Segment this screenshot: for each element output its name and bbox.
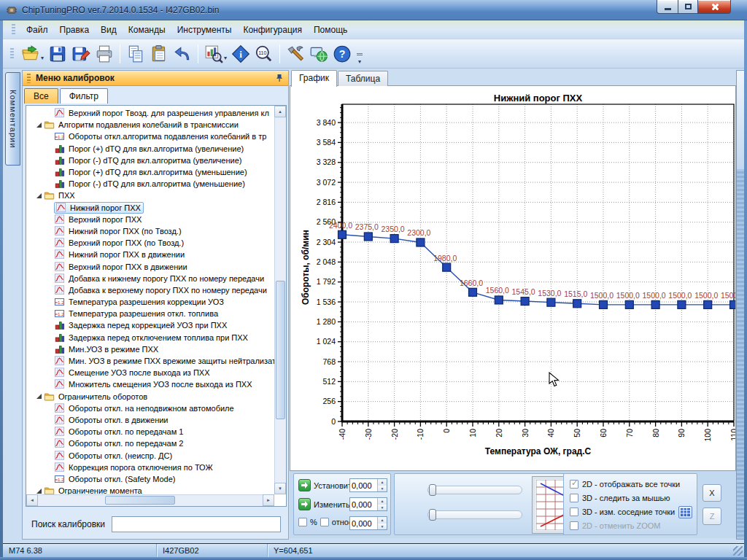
tree-item[interactable]: Мин. УОЗ в режиме ПХХ врежиме защиты ней… (26, 355, 274, 367)
info-button[interactable]: i (229, 42, 252, 66)
tree-item[interactable]: Верхний порог ПХХ в движении (26, 260, 274, 272)
pin-icon[interactable] (275, 74, 284, 82)
tree-item[interactable]: Задержка перед коррекцией УОЗ при ПХХ (26, 319, 274, 331)
menu-item[interactable]: Вид (95, 23, 123, 37)
expand-arrow-icon[interactable] (34, 122, 44, 128)
tree-item[interactable]: =1.2Температура разрешения коррекции УОЗ (26, 296, 274, 308)
tab-filter[interactable]: Фильтр (60, 88, 108, 104)
tree-vscroll-thumb[interactable] (276, 281, 285, 419)
tree-item[interactable]: Множитель смещения УОЗ после выхода из П… (26, 378, 274, 390)
resize-grip[interactable] (733, 546, 743, 556)
spin-up-icon[interactable]: ▲ (377, 517, 387, 524)
set-value-input[interactable] (352, 480, 376, 491)
data-point[interactable] (495, 296, 503, 304)
tree-folder[interactable]: Ограничитель оборотов (26, 391, 274, 402)
title-bar[interactable]: ChipTuningPRO ver.7.2014.0.1534 - I427GB… (0, 0, 747, 20)
data-point[interactable] (625, 300, 633, 308)
data-point[interactable] (521, 298, 529, 306)
option-checkbox[interactable] (570, 494, 578, 502)
menu-grip[interactable] (12, 24, 15, 36)
data-point[interactable] (469, 288, 477, 296)
tree-item[interactable]: Обороты откл. по передачам 2 (26, 438, 274, 449)
tree-folder[interactable]: ПХХ (26, 190, 274, 201)
percent-checkbox[interactable] (298, 518, 307, 526)
menu-item[interactable]: Файл (20, 23, 54, 37)
option-checkbox[interactable] (570, 480, 578, 489)
tree-item[interactable]: Смещение УОЗ после выхода из ПХХ (26, 367, 274, 378)
chart-tool-button[interactable] (202, 42, 225, 66)
slider-thumb[interactable] (429, 484, 436, 496)
tree-item[interactable]: =1.2Температура разрешения откл. топлива (26, 308, 274, 319)
tools-button[interactable] (284, 42, 307, 66)
save-as-button[interactable] (69, 42, 93, 66)
option-checkbox[interactable] (570, 521, 578, 530)
internet-button[interactable] (307, 42, 330, 66)
data-point[interactable] (573, 300, 581, 308)
data-point[interactable] (338, 230, 347, 238)
scroll-left-icon[interactable]: ◄ (26, 494, 38, 506)
expand-arrow-icon[interactable] (34, 488, 44, 494)
data-point[interactable] (600, 300, 608, 308)
tree-item[interactable]: Порог (-) dTQ для вкл.алгоритма (увеличе… (26, 155, 274, 166)
tab-chart[interactable]: График (291, 70, 337, 87)
tab-all[interactable]: Все (24, 88, 58, 104)
tree-item[interactable]: Нижний порог ПХХ (26, 202, 274, 214)
z-axis-button[interactable]: Z (703, 508, 721, 525)
apply-set-button[interactable] (298, 479, 311, 491)
slider-top[interactable] (427, 486, 522, 494)
x-axis-button[interactable]: X (703, 484, 721, 502)
tree-item[interactable]: =1.2Обороты откл.алгоритма подавления ко… (26, 131, 274, 142)
save-button[interactable] (46, 42, 69, 66)
change-value-input[interactable] (352, 499, 376, 510)
spin-down-icon[interactable]: ▼ (377, 524, 387, 530)
toolbar-overflow-button[interactable]: ▾ (355, 42, 364, 66)
tree-item[interactable]: Обороты откл. по передачам 1 (26, 426, 274, 438)
tree-item[interactable]: Порог (-) dTQ для вкл.алгоритма (уменьше… (26, 178, 274, 190)
toolbar-grip[interactable] (10, 48, 14, 60)
data-point[interactable] (443, 263, 451, 271)
search-input[interactable] (112, 516, 281, 532)
relative-checkbox[interactable] (320, 518, 329, 526)
tree-item[interactable]: Обороты откл. на неподвижном автомобиле (26, 402, 274, 414)
data-point[interactable] (704, 300, 712, 308)
paste-button[interactable] (147, 42, 171, 66)
apply-change-button[interactable] (298, 498, 311, 510)
tree-item[interactable]: Добавка к нижнему порогу ПХХ по номеру п… (26, 273, 274, 284)
data-point[interactable] (678, 300, 686, 308)
zoom-110-button[interactable]: 110 (252, 42, 276, 66)
menu-item[interactable]: Помощь (308, 23, 353, 37)
tree-item[interactable]: Порог (+) dTQ для вкл.алгоритма (увеличе… (26, 143, 274, 155)
data-point[interactable] (417, 238, 425, 246)
spin-up-icon[interactable]: ▲ (377, 498, 387, 505)
tree-item[interactable]: Верхний порог ПХХ (по Твозд.) (26, 237, 274, 249)
copy-button[interactable] (124, 42, 147, 66)
tree-item[interactable]: Верхний порог ПХХ (26, 214, 274, 225)
data-point[interactable] (390, 235, 398, 243)
tree-horizontal-scrollbar[interactable]: ◄ ► (26, 494, 274, 506)
tree-item[interactable]: Порог (+) dTQ для вкл.алгоритма (уменьше… (26, 166, 274, 178)
tree-item[interactable]: Верхний порог Твозд. для разрешения упра… (26, 107, 274, 119)
data-point[interactable] (364, 233, 372, 241)
menu-item[interactable]: Инструменты (171, 23, 238, 37)
tree-vertical-scrollbar[interactable]: ▲ ▼ (274, 106, 286, 494)
option-checkbox[interactable] (570, 508, 578, 516)
spin-up-icon[interactable]: ▲ (377, 479, 387, 486)
data-point[interactable] (651, 300, 659, 308)
tree-item[interactable]: =1.2Обороты откл. (Safety Mode) (26, 473, 274, 485)
close-button[interactable] (697, 0, 731, 14)
expand-arrow-icon[interactable] (34, 192, 44, 199)
slider-thumb[interactable] (429, 509, 436, 521)
print-button[interactable] (93, 42, 116, 66)
scroll-up-icon[interactable]: ▲ (274, 106, 286, 117)
tree-item[interactable]: Добавка к верхнему порогу ПХХ по номеру … (26, 284, 274, 296)
tree-item[interactable]: Задержка перед отключением топлива при П… (26, 332, 274, 343)
tree-item[interactable]: Нижний порог ПХХ (по Твозд.) (26, 225, 274, 237)
spin-down-icon[interactable]: ▼ (377, 486, 387, 492)
scroll-down-icon[interactable]: ▼ (274, 483, 286, 494)
minimize-button[interactable] (657, 0, 678, 14)
tree-item[interactable]: Коррекция порога отключения по ТОЖ (26, 462, 274, 473)
maximize-button[interactable] (678, 0, 698, 14)
tree-item[interactable]: Обороты откл. (неиспр. ДС) (26, 449, 274, 461)
undo-button[interactable] (171, 42, 194, 66)
relative-value-input[interactable] (352, 518, 376, 529)
